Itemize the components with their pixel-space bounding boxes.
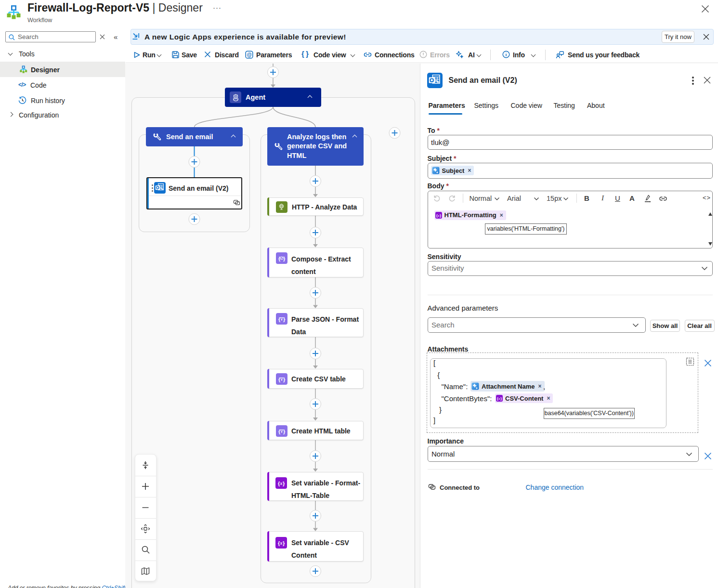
svg-text:x: x xyxy=(437,213,440,217)
svg-text:x: x xyxy=(279,540,282,546)
svg-text:}: } xyxy=(500,396,502,401)
svg-text:@: @ xyxy=(247,52,251,57)
svg-text:{: { xyxy=(497,396,498,401)
svg-text:{: { xyxy=(436,213,437,218)
svg-text:}: } xyxy=(440,213,441,218)
svg-text:}: } xyxy=(283,540,285,546)
svg-text:}: } xyxy=(283,316,286,322)
svg-text:{: { xyxy=(278,377,281,382)
svg-text:{: { xyxy=(278,316,281,322)
svg-text:}: } xyxy=(283,481,285,486)
svg-text:{: { xyxy=(278,428,281,434)
svg-text:}: } xyxy=(283,377,286,382)
svg-text:}: } xyxy=(283,256,286,261)
svg-text:}: } xyxy=(283,428,286,434)
svg-text:x: x xyxy=(498,397,500,400)
svg-text:x: x xyxy=(279,481,282,486)
